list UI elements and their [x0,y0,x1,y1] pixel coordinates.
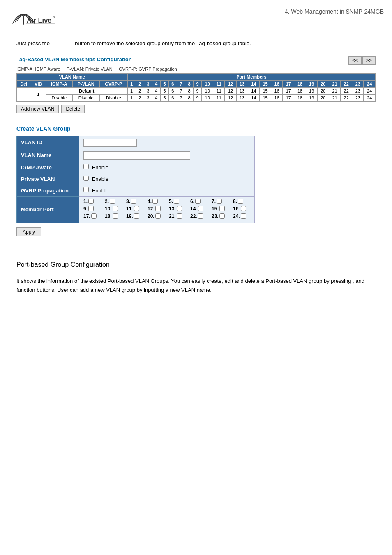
nav-buttons[interactable]: << >> [348,56,376,65]
p12-val: 12 [225,94,236,101]
port-item-18: 18. [105,213,122,219]
pvlan-legend: P-VLAN: Private VLAN [67,67,113,72]
port-item-23: 23. [212,213,229,219]
port-14: 14 [248,87,259,94]
port-item-12: 12. [148,206,165,212]
vlan-name-input[interactable] [83,151,190,160]
col-p22: 22 [341,80,352,87]
private-vlan-label: Private VLAN [17,173,79,185]
port-7-checkbox[interactable] [217,199,222,204]
next-button[interactable]: >> [362,56,376,65]
igmp-aware-checkbox[interactable] [83,164,89,169]
col-gvrp: GVRP-P [99,80,127,87]
port-item-5: 5. [169,199,186,204]
p16-val: 16 [271,94,283,101]
port-19-checkbox[interactable] [134,213,139,219]
vlan-name-cell [79,149,255,162]
apply-button[interactable]: Apply [16,227,41,236]
port-14-checkbox[interactable] [198,206,203,211]
private-vlan-checkbox[interactable] [83,176,89,181]
gvrp-prop-label: GVRP Propagation [17,185,79,196]
port-21: 21 [329,87,340,94]
port-item-3: 3. [126,199,143,204]
prev-button[interactable]: << [348,56,362,65]
igmp-value: Disable [46,94,72,101]
vlan-id-cell [79,136,255,149]
port-3-checkbox[interactable] [131,199,136,204]
port-item-16: 16. [233,206,250,212]
p2-val: 2 [136,94,144,101]
port-item-6: 6. [190,199,208,204]
col-p14: 14 [248,80,259,87]
delete-button[interactable]: Delete [61,105,85,113]
p10-val: 10 [202,94,213,101]
col-p21: 21 [329,80,340,87]
create-vlan-section: Create VLAN Group VLAN ID VLAN Name IGMP… [16,125,376,236]
port-2-checkbox[interactable] [110,199,115,204]
port-8-checkbox[interactable] [238,199,243,204]
port-row-2: 9. 10. 11. 12. [83,206,250,212]
col-p9: 9 [194,80,202,87]
table-actions: Add new VLAN Delete [16,105,376,113]
vlan-name-label: VLAN Name [17,149,79,162]
bottom-description: It shows the information of the existed … [16,277,376,295]
col-p2: 2 [136,80,144,87]
port-12-checkbox[interactable] [155,206,161,211]
port-21-checkbox[interactable] [177,213,182,219]
port-11-checkbox[interactable] [134,206,139,211]
create-vlan-heading: Create VLAN Group [16,125,376,132]
port-3: 3 [144,87,152,94]
port-12: 12 [225,87,236,94]
port-18-checkbox[interactable] [113,213,118,219]
p3-val: 3 [144,94,152,101]
table-row: 1 Default 1 2 3 4 5 6 7 8 9 10 11 12 13 … [17,87,376,94]
port-4-checkbox[interactable] [152,199,158,204]
port-16-checkbox[interactable] [241,206,246,211]
p7-val: 7 [177,94,185,101]
pvlan-enable-text: Enable [92,176,108,182]
gvrp-prop-checkbox[interactable] [83,187,89,192]
port-8: 8 [185,87,193,94]
create-vlan-table: VLAN ID VLAN Name IGMP Aware Enable P [16,136,255,223]
port-1-checkbox[interactable] [88,199,94,204]
p18-val: 18 [294,94,306,101]
port-9-checkbox[interactable] [88,206,94,211]
col-p16: 16 [271,80,283,87]
port-item-14: 14. [190,206,208,212]
port-20-checkbox[interactable] [155,213,161,219]
igmp-legend: IGMP-A: IGMP Aware [16,67,60,72]
port-15: 15 [259,87,271,94]
col-p3: 3 [144,80,152,87]
port-24-checkbox[interactable] [241,213,246,219]
add-new-vlan-button[interactable]: Add new VLAN [16,105,59,113]
port-16: 16 [271,87,283,94]
port-6-checkbox[interactable] [195,199,201,204]
p19-val: 19 [306,94,317,101]
port-23-checkbox[interactable] [219,213,225,219]
port-13-checkbox[interactable] [177,206,182,211]
vlan-id-row: VLAN ID [17,136,255,149]
p22-val: 22 [341,94,352,101]
bottom-section: Port-based Group Configuration It shows … [16,261,376,295]
port-5-checkbox[interactable] [174,199,179,204]
del-cell [17,87,31,101]
col-igmp: IGMP-A [46,80,72,87]
port-15-checkbox[interactable] [219,206,225,211]
port-17-checkbox[interactable] [91,213,97,219]
col-del: Del [17,80,31,87]
port-item-17: 17. [83,213,101,219]
port-based-heading: Port-based Group Configuration [16,261,376,268]
private-vlan-cell: Enable [79,173,255,185]
vlan-id-input[interactable] [83,139,137,147]
intro-paragraph: Just press the button to remove the sele… [16,39,376,48]
igmp-aware-cell: Enable [79,162,255,173]
port-22-checkbox[interactable] [198,213,203,219]
port-17: 17 [283,87,294,94]
port-item-11: 11. [126,206,143,212]
p11-val: 11 [213,94,225,101]
port-item-9: 9. [83,206,101,212]
col-pvlan: P-VLAN [72,80,99,87]
port-10-checkbox[interactable] [113,206,118,211]
col-p5: 5 [160,80,168,87]
port-7: 7 [177,87,185,94]
